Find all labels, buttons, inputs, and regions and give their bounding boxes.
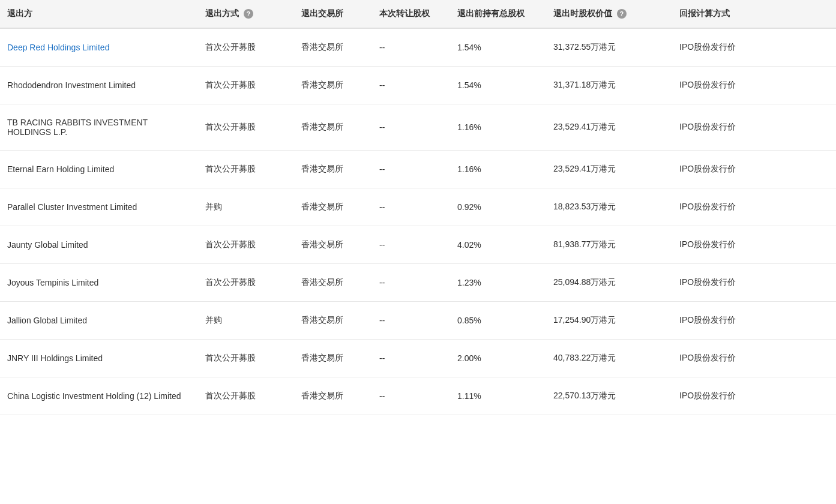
cell-return-calc: IPO股份发行价	[672, 264, 836, 302]
cell-total-shares: 1.23%	[450, 264, 546, 302]
col-header-total-shares-label: 退出前持有总股权	[457, 8, 525, 18]
cell-party: Parallel Cluster Investment Limited	[0, 188, 198, 226]
cell-transfer: --	[372, 104, 450, 151]
cell-total-shares: 0.85%	[450, 302, 546, 340]
cell-transfer: --	[372, 340, 450, 377]
col-header-party-label: 退出方	[7, 8, 32, 18]
col-header-exchange: 退出交易所	[294, 0, 372, 28]
table-row: Deep Red Holdings Limited首次公开募股香港交易所--1.…	[0, 28, 836, 67]
cell-method: 首次公开募股	[198, 226, 294, 264]
cell-equity-value: 31,372.55万港元	[546, 28, 672, 67]
cell-exchange: 香港交易所	[294, 226, 372, 264]
cell-transfer: --	[372, 377, 450, 415]
cell-exchange: 香港交易所	[294, 28, 372, 67]
cell-equity-value: 17,254.90万港元	[546, 302, 672, 340]
table-row: Eternal Earn Holding Limited首次公开募股香港交易所-…	[0, 151, 836, 188]
cell-total-shares: 4.02%	[450, 226, 546, 264]
cell-method: 首次公开募股	[198, 377, 294, 415]
cell-total-shares: 1.11%	[450, 377, 546, 415]
col-header-equity-value-label: 退出时股权价值	[553, 8, 612, 18]
col-header-return-calc: 回报计算方式	[672, 0, 836, 28]
cell-equity-value: 23,529.41万港元	[546, 104, 672, 151]
cell-transfer: --	[372, 188, 450, 226]
col-header-party: 退出方	[0, 0, 198, 28]
cell-method: 首次公开募股	[198, 28, 294, 67]
cell-total-shares: 2.00%	[450, 340, 546, 377]
cell-total-shares: 1.54%	[450, 67, 546, 104]
cell-return-calc: IPO股份发行价	[672, 302, 836, 340]
table-row: Parallel Cluster Investment Limited并购香港交…	[0, 188, 836, 226]
cell-method: 并购	[198, 302, 294, 340]
cell-equity-value: 81,938.77万港元	[546, 226, 672, 264]
cell-exchange: 香港交易所	[294, 302, 372, 340]
cell-equity-value: 40,783.22万港元	[546, 340, 672, 377]
cell-method: 首次公开募股	[198, 340, 294, 377]
cell-return-calc: IPO股份发行价	[672, 340, 836, 377]
cell-method: 首次公开募股	[198, 67, 294, 104]
cell-return-calc: IPO股份发行价	[672, 151, 836, 188]
table-row: China Logistic Investment Holding (12) L…	[0, 377, 836, 415]
col-header-transfer-label: 本次转让股权	[379, 8, 430, 18]
col-header-return-calc-label: 回报计算方式	[679, 8, 730, 18]
cell-party: China Logistic Investment Holding (12) L…	[0, 377, 198, 415]
cell-transfer: --	[372, 67, 450, 104]
cell-party: JNRY III Holdings Limited	[0, 340, 198, 377]
cell-transfer: --	[372, 28, 450, 67]
cell-method: 首次公开募股	[198, 104, 294, 151]
cell-total-shares: 1.54%	[450, 28, 546, 67]
cell-transfer: --	[372, 151, 450, 188]
cell-exchange: 香港交易所	[294, 264, 372, 302]
col-header-method-label: 退出方式	[205, 8, 239, 18]
cell-party: Jallion Global Limited	[0, 302, 198, 340]
cell-transfer: --	[372, 226, 450, 264]
table-row: TB RACING RABBITS INVESTMENT HOLDINGS L.…	[0, 104, 836, 151]
cell-return-calc: IPO股份发行价	[672, 104, 836, 151]
data-table: 退出方 退出方式 ? 退出交易所 本次转让股权 退出前持有总股权 退出时股权价值	[0, 0, 836, 415]
cell-exchange: 香港交易所	[294, 104, 372, 151]
col-header-transfer: 本次转让股权	[372, 0, 450, 28]
cell-return-calc: IPO股份发行价	[672, 226, 836, 264]
table-header-row: 退出方 退出方式 ? 退出交易所 本次转让股权 退出前持有总股权 退出时股权价值	[0, 0, 836, 28]
cell-return-calc: IPO股份发行价	[672, 188, 836, 226]
col-header-equity-value: 退出时股权价值 ?	[546, 0, 672, 28]
col-header-exchange-label: 退出交易所	[301, 8, 343, 18]
cell-party: Rhododendron Investment Limited	[0, 67, 198, 104]
cell-party: Deep Red Holdings Limited	[0, 28, 198, 67]
cell-total-shares: 1.16%	[450, 104, 546, 151]
table-row: Rhododendron Investment Limited首次公开募股香港交…	[0, 67, 836, 104]
cell-equity-value: 25,094.88万港元	[546, 264, 672, 302]
table-row: Jallion Global Limited并购香港交易所--0.85%17,2…	[0, 302, 836, 340]
cell-total-shares: 1.16%	[450, 151, 546, 188]
cell-return-calc: IPO股份发行价	[672, 377, 836, 415]
cell-party: TB RACING RABBITS INVESTMENT HOLDINGS L.…	[0, 104, 198, 151]
cell-transfer: --	[372, 302, 450, 340]
cell-equity-value: 18,823.53万港元	[546, 188, 672, 226]
cell-return-calc: IPO股份发行价	[672, 28, 836, 67]
cell-party: Eternal Earn Holding Limited	[0, 151, 198, 188]
cell-exchange: 香港交易所	[294, 188, 372, 226]
cell-party: Joyous Tempinis Limited	[0, 264, 198, 302]
cell-return-calc: IPO股份发行价	[672, 67, 836, 104]
cell-exchange: 香港交易所	[294, 151, 372, 188]
company-link[interactable]: Deep Red Holdings Limited	[7, 43, 109, 52]
equity-value-help-icon[interactable]: ?	[617, 9, 627, 19]
cell-total-shares: 0.92%	[450, 188, 546, 226]
table-row: Joyous Tempinis Limited首次公开募股香港交易所--1.23…	[0, 264, 836, 302]
cell-method: 并购	[198, 188, 294, 226]
cell-transfer: --	[372, 264, 450, 302]
cell-equity-value: 23,529.41万港元	[546, 151, 672, 188]
cell-exchange: 香港交易所	[294, 377, 372, 415]
cell-exchange: 香港交易所	[294, 67, 372, 104]
cell-party: Jaunty Global Limited	[0, 226, 198, 264]
cell-method: 首次公开募股	[198, 264, 294, 302]
col-header-total-shares: 退出前持有总股权	[450, 0, 546, 28]
table-row: Jaunty Global Limited首次公开募股香港交易所--4.02%8…	[0, 226, 836, 264]
cell-equity-value: 31,371.18万港元	[546, 67, 672, 104]
cell-exchange: 香港交易所	[294, 340, 372, 377]
table-row: JNRY III Holdings Limited首次公开募股香港交易所--2.…	[0, 340, 836, 377]
cell-method: 首次公开募股	[198, 151, 294, 188]
col-header-method: 退出方式 ?	[198, 0, 294, 28]
main-table-container: 退出方 退出方式 ? 退出交易所 本次转让股权 退出前持有总股权 退出时股权价值	[0, 0, 836, 415]
method-help-icon[interactable]: ?	[244, 9, 253, 19]
cell-equity-value: 22,570.13万港元	[546, 377, 672, 415]
